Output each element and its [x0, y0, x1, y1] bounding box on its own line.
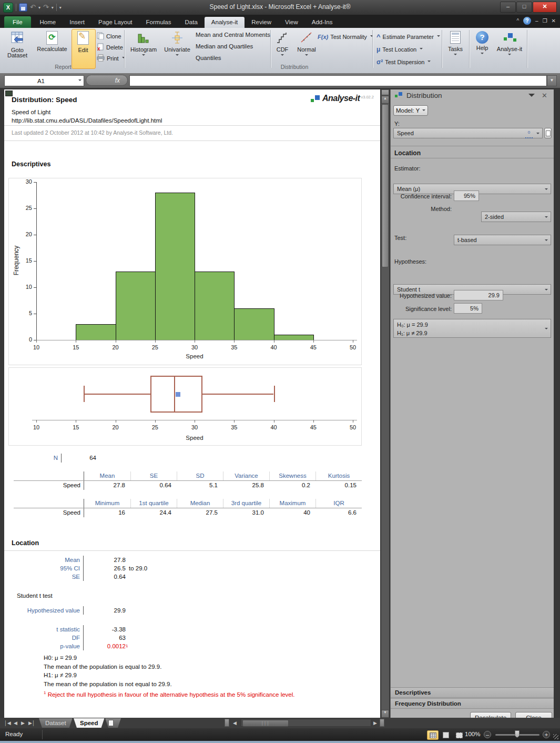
dataset-picker-button[interactable] [544, 128, 552, 138]
frequency-distribution-section-label: Frequency Distribution [395, 700, 461, 707]
first-sheet-icon[interactable]: │◀ [4, 718, 11, 728]
tab-split-handle-right[interactable] [380, 719, 384, 727]
minimize-button[interactable]: – [500, 2, 516, 13]
divider [391, 158, 554, 158]
stat-suffix: to 29.0 [129, 564, 147, 573]
tab-review[interactable]: Review [245, 17, 278, 28]
tab-insert[interactable]: Insert [63, 17, 91, 28]
page-layout-view-icon[interactable] [440, 730, 452, 740]
delete-button[interactable]: x Delete [97, 42, 123, 52]
help-icon[interactable]: ? [523, 17, 531, 25]
workbook-close-icon[interactable]: ✕ [552, 18, 556, 24]
name-box[interactable]: A1 [4, 75, 84, 86]
expand-formula-bar-icon[interactable]: ▼ [547, 75, 557, 86]
distribution-panel: Distribution ✕ Model: Y Y: Speed 0 Locat… [390, 89, 554, 718]
next-sheet-icon[interactable]: ▶ [21, 718, 25, 728]
descriptives-section-bar[interactable]: Descriptives [391, 687, 554, 698]
model-button[interactable]: Model: Y [393, 105, 428, 116]
menu-quantiles[interactable]: Quantiles [196, 55, 221, 61]
zoom-slider-handle[interactable] [515, 730, 520, 738]
hscroll-right-icon[interactable]: ▶ [373, 718, 377, 728]
insert-function-button[interactable]: fx [86, 75, 128, 86]
help-button[interactable]: ? Help [471, 29, 493, 71]
h0-line: H0: μ = 29.9 [44, 654, 172, 662]
scrollbar-split-handle[interactable] [381, 89, 389, 95]
significance-level-input[interactable]: 5% [454, 303, 482, 314]
scrollbar-thumb[interactable] [382, 104, 389, 267]
col-header-minimum: Minimum [84, 499, 130, 508]
tasks-button[interactable]: Tasks [444, 29, 467, 71]
confidence-interval-input[interactable]: 95% [454, 190, 479, 201]
name-box-dropdown-icon [78, 79, 82, 83]
test-location-button[interactable]: μ Test Location [376, 44, 423, 54]
descriptives-section-label: Descriptives [395, 689, 431, 696]
horizontal-scrollbar-track[interactable]: │││ [241, 719, 371, 727]
test-location-label: Test Location [382, 46, 416, 53]
maximize-button[interactable]: □ [516, 2, 532, 13]
horizontal-scrollbar-thumb[interactable]: │││ [242, 720, 289, 727]
sheet-tab-bar: │◀ ◀ ▶ ▶│ Dataset Speed ◀ │││ ▶ [0, 718, 560, 728]
table-header-row: Mean SE SD Variance Skewness Kurtosis [14, 471, 362, 481]
brand-version: v3.02.2 [361, 95, 374, 99]
clone-button[interactable]: Clone [97, 31, 121, 41]
divider [4, 550, 380, 551]
analyseit-button[interactable]: Analyse-it [494, 29, 525, 71]
hypotheses-dropdown[interactable]: H₀: μ = 29.9 H₁: μ ≠ 29.9 [393, 319, 551, 338]
zoom-in-icon[interactable]: + [543, 731, 550, 738]
panel-menu-icon[interactable] [528, 94, 535, 100]
divider [4, 125, 380, 126]
ci-sided-dropdown[interactable]: 2-sided [481, 212, 551, 222]
hscroll-left-icon[interactable]: ◀ [233, 718, 237, 728]
tab-home[interactable]: Home [33, 17, 63, 28]
report-vertical-scrollbar[interactable]: ▲ ▼ [381, 89, 389, 718]
sheet-tab-dataset[interactable]: Dataset [39, 718, 73, 728]
collapse-ribbon-icon[interactable]: ^ [516, 18, 519, 24]
panel-close-icon[interactable]: ✕ [542, 92, 547, 99]
prev-sheet-icon[interactable]: ◀ [14, 718, 17, 728]
menu-median-quartiles[interactable]: Median and Quartiles [196, 43, 253, 49]
zoom-out-icon[interactable]: – [484, 731, 491, 738]
tab-file[interactable]: File [4, 16, 31, 28]
edit-pencil-icon: ✎ [77, 31, 89, 45]
y-variable-combo[interactable]: Speed 0 [393, 128, 543, 138]
sheet-tab-speed[interactable]: Speed [74, 718, 105, 728]
tab-page-layout[interactable]: Page Layout [91, 17, 139, 28]
last-sheet-icon[interactable]: ▶│ [28, 718, 35, 728]
zoom-level[interactable]: 100% [465, 731, 480, 737]
tab-analyse-it[interactable]: Analyse-it [205, 17, 245, 28]
close-button[interactable]: ✕ [533, 2, 557, 13]
test-normality-button[interactable]: F(x) Test Normality [318, 32, 373, 42]
report-sheet: Distribution: Speed Analyse-it v3.02.2 S… [4, 89, 380, 718]
help-dropdown-icon [481, 53, 484, 56]
univariate-button[interactable]: Univariate [161, 29, 194, 71]
page-break-view-icon[interactable] [453, 730, 465, 740]
insert-worksheet-tab[interactable] [105, 718, 121, 728]
estimate-parameter-button[interactable]: ^ Estimate Parameter [376, 32, 440, 42]
hypotheses-dropdown-icon [545, 328, 548, 331]
scroll-down-icon[interactable]: ▼ [381, 710, 389, 718]
tab-view[interactable]: View [278, 17, 305, 28]
histogram-button[interactable]: Histogram [127, 29, 160, 71]
scroll-up-icon[interactable]: ▲ [381, 96, 389, 104]
method-dropdown[interactable]: t-based [454, 235, 551, 245]
resize-grip[interactable] [553, 734, 558, 739]
test-dispersion-button[interactable]: σ² Test Dispersion [376, 57, 431, 67]
report-updated: Last updated 2 October 2012 at 10:42 by … [12, 129, 173, 136]
workbook-restore-icon[interactable]: ❐ [543, 18, 547, 24]
table-row: Speed 27.8 0.64 5.1 25.8 0.2 0.15 [14, 481, 362, 490]
normal-view-icon[interactable] [427, 730, 439, 740]
menu-mean-central-moments[interactable]: Mean and Central Moments [196, 32, 270, 38]
print-button[interactable]: Print [97, 53, 125, 63]
number-format-icon: 0 [525, 129, 533, 138]
tab-split-handle[interactable] [225, 719, 229, 727]
frequency-distribution-section-bar[interactable]: Frequency Distribution [391, 698, 554, 709]
formula-input[interactable] [129, 75, 547, 86]
analyseit-label: Analyse-it [494, 46, 525, 52]
univariate-icon [170, 31, 184, 45]
workbook-minimize-icon[interactable]: – [535, 18, 538, 24]
significance-level-value: 5% [470, 305, 478, 312]
tab-formulas[interactable]: Formulas [139, 17, 178, 28]
hypothesized-value-input[interactable]: 29.9 [454, 290, 503, 300]
tab-add-ins[interactable]: Add-Ins [305, 17, 340, 28]
tab-data[interactable]: Data [178, 17, 205, 28]
